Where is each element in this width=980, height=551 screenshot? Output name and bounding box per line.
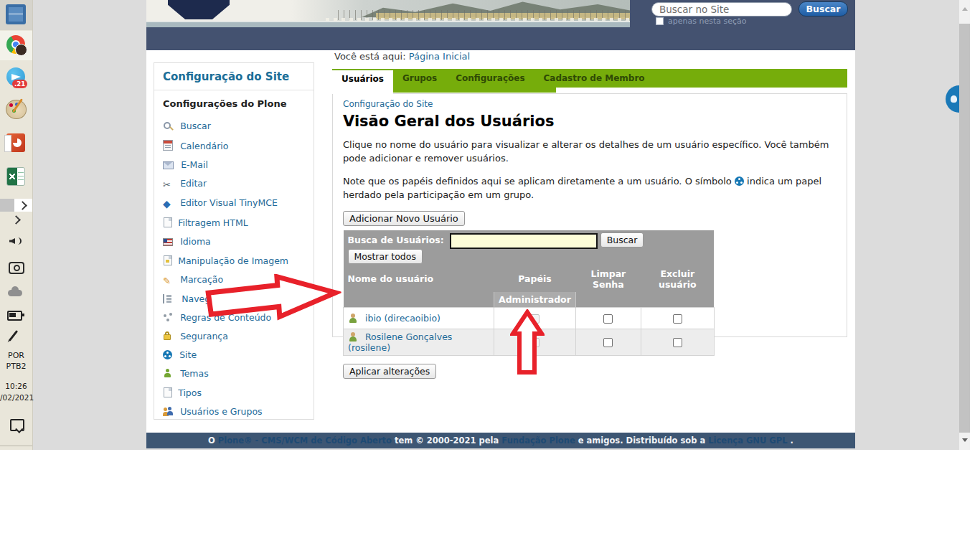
sidebar-item[interactable]: Idioma [163, 237, 306, 247]
sidebar-item[interactable]: Navegação [163, 294, 306, 304]
footer-segment[interactable]: Plone® - CMS/WCM de Código Aberto [218, 435, 395, 446]
tab[interactable]: Configurações [446, 69, 534, 88]
sidebar-item[interactable]: E-Mail [163, 160, 306, 170]
language-indicator-line1[interactable]: POR [0, 351, 32, 360]
excel-icon[interactable] [6, 167, 25, 186]
sidebar-item-icon [163, 369, 173, 378]
sidebar-item[interactable]: Site [163, 350, 306, 360]
sidebar-item-label[interactable]: E-Mail [181, 159, 208, 170]
sidebar-item[interactable]: Calendário [163, 140, 306, 151]
user-icon [348, 332, 358, 342]
notification-center-icon[interactable] [10, 419, 24, 431]
cloud-sync-icon[interactable] [8, 290, 22, 296]
tab[interactable]: Cadastro de Membro [534, 69, 654, 88]
footer-segment: tem © 2000-2021 pela [395, 435, 501, 446]
user-search-button[interactable]: Buscar [600, 232, 644, 248]
delete-user-checkbox[interactable] [673, 338, 682, 347]
footer-segment-text: tem © 2000-2021 pela [395, 435, 501, 446]
sidebar-item-icon [164, 217, 172, 227]
sidebar-item-label[interactable]: Editor Visual TinyMCE [180, 197, 278, 208]
user-search-input[interactable] [450, 233, 598, 249]
add-user-button[interactable]: Adicionar Novo Usuário [343, 211, 465, 226]
footer-segment[interactable]: Licença GNU GPL [708, 435, 790, 446]
sidebar-item[interactable]: Buscar [163, 121, 306, 131]
sidebar-item[interactable]: Editar [163, 179, 306, 189]
powerpoint-icon[interactable] [6, 133, 25, 152]
sidebar-item-icon [163, 161, 174, 169]
sidebar-item-label[interactable]: Site [179, 349, 197, 360]
sidebar-item[interactable]: Filtragem HTML [163, 217, 306, 228]
chrome-profile-avatar [15, 44, 27, 56]
sidebar-item[interactable]: Manipulação de Imagem [163, 255, 306, 266]
role-administrator-checkbox[interactable] [530, 338, 540, 347]
tab[interactable]: Grupos [393, 69, 446, 88]
sidebar-item-label[interactable]: Editar [180, 178, 207, 189]
config-tabs: Usuários Grupos Configurações Cadastro d… [332, 69, 847, 88]
user-link[interactable]: ibio (direcaoibio) [365, 313, 440, 324]
sidebar-item[interactable]: Regras de Conteúdo [163, 313, 306, 323]
sidebar-item-label[interactable]: Configurações do Plone [163, 98, 287, 109]
scroll-up-arrow-icon[interactable] [962, 7, 968, 11]
volume-icon[interactable] [9, 237, 18, 245]
footer-segment-text: Fundação Plone [501, 435, 575, 446]
sidebar-menu: Configurações do Plone Buscar Calendário… [163, 99, 306, 417]
sidebar-item-icon [163, 180, 173, 189]
vertical-scrollbar[interactable] [959, 0, 970, 450]
reset-password-checkbox[interactable] [603, 338, 613, 347]
tab-label: Grupos [402, 73, 437, 83]
clock-time[interactable]: 10:26 [0, 382, 32, 390]
clock-date[interactable]: /02/2021 [0, 393, 32, 402]
site-search-button[interactable]: Buscar [798, 1, 848, 17]
sidebar-item-label[interactable]: Manipulação de Imagem [178, 255, 288, 266]
pen-input-icon[interactable] [9, 330, 18, 342]
site-setup-portlet: Configuração do Site Configurações do Pl… [154, 62, 314, 420]
language-indicator-line2[interactable]: PTB2 [0, 362, 32, 371]
sidebar-item[interactable]: Tipos [163, 387, 306, 398]
breadcrumb: Você está aqui: Página Inicial [334, 51, 470, 62]
sidebar-item[interactable]: Segurança [163, 331, 306, 342]
sidebar-item-label[interactable]: Usuários e Grupos [180, 406, 263, 417]
sidebar-item-label[interactable]: Filtragem HTML [178, 217, 248, 228]
breadcrumb-home-link[interactable]: Página Inicial [409, 51, 470, 62]
sidebar-item-label[interactable]: Calendário [180, 141, 228, 151]
scroll-down-arrow-icon[interactable] [962, 438, 968, 442]
sidebar-item-label[interactable]: Temas [180, 368, 209, 379]
sidebar-item[interactable]: Usuários e Grupos [163, 407, 306, 417]
sidebar-item-label[interactable]: Idioma [180, 236, 211, 247]
sidebar-item-label[interactable]: Marcação [180, 274, 223, 285]
sidebar-item-label[interactable]: Navegação [182, 293, 232, 304]
page-title: Visão Geral dos Usuários [343, 113, 837, 130]
show-all-button[interactable]: Mostrar todos [348, 249, 423, 264]
delete-user-checkbox[interactable] [673, 314, 682, 324]
battery-icon[interactable] [7, 311, 22, 321]
camera-icon[interactable] [9, 262, 24, 274]
sidebar-item[interactable]: Editor Visual TinyMCE [163, 198, 306, 209]
hidden-icons-chevron-icon[interactable] [11, 215, 21, 225]
user-search-label: Busca de Usuários: [348, 235, 444, 245]
tab[interactable]: Usuários [332, 70, 393, 94]
sidebar-item-label[interactable]: Buscar [180, 121, 211, 131]
footer-segment[interactable]: Fundação Plone [501, 435, 578, 446]
sidebar-item-icon [163, 331, 173, 341]
apply-changes-button[interactable]: Aplicar alterações [343, 364, 436, 379]
section-only-checkbox[interactable] [656, 17, 664, 25]
sidebar-item-label[interactable]: Regras de Conteúdo [180, 312, 271, 323]
footer-segment-text: e amigos. Distribuído sob a [578, 435, 709, 446]
intro2-before: Note que os papéis definidos aqui se apl… [343, 176, 732, 187]
col-username: Nome do usuário [344, 266, 494, 292]
site-search-input[interactable] [651, 2, 792, 17]
reset-password-checkbox[interactable] [603, 314, 613, 324]
sidebar-item-icon [164, 255, 172, 265]
role-administrator-checkbox[interactable] [530, 314, 540, 324]
sidebar-item[interactable]: Temas [163, 369, 306, 379]
sidebar-item-label[interactable]: Tipos [178, 387, 202, 398]
sidebar-item-label[interactable]: Segurança [180, 331, 228, 342]
paint-icon[interactable] [6, 100, 27, 119]
sidebar-item[interactable]: Marcação [163, 275, 306, 286]
scrollbar-thumb[interactable] [959, 24, 970, 433]
telegram-badge: .21 [12, 80, 27, 88]
parent-site-setup-link[interactable]: Configuração do Site [343, 99, 433, 109]
user-link[interactable]: Rosilene Gonçalves (rosilene) [348, 331, 452, 353]
calculator-icon[interactable] [6, 4, 26, 24]
sidebar-item-icon [163, 140, 173, 151]
